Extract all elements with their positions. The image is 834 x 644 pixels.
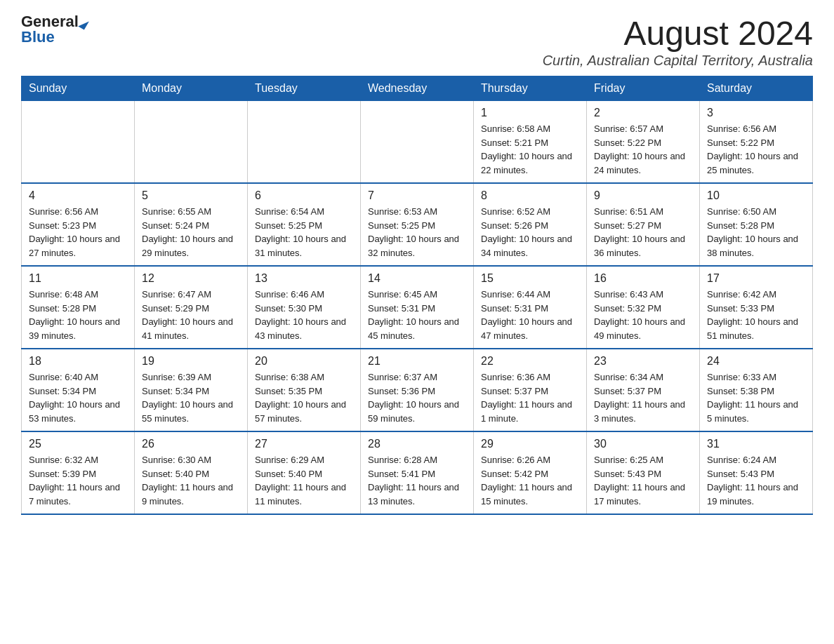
day-cell: 7Sunrise: 6:53 AMSunset: 5:25 PMDaylight… <box>361 183 474 266</box>
day-cell: 3Sunrise: 6:56 AMSunset: 5:22 PMDaylight… <box>700 101 813 184</box>
day-cell: 26Sunrise: 6:30 AMSunset: 5:40 PMDayligh… <box>135 431 248 514</box>
day-number: 30 <box>594 438 692 450</box>
day-number: 18 <box>29 355 127 368</box>
day-cell: 20Sunrise: 6:38 AMSunset: 5:35 PMDayligh… <box>248 349 361 431</box>
day-info: Sunrise: 6:52 AMSunset: 5:26 PMDaylight:… <box>481 205 579 260</box>
day-cell: 4Sunrise: 6:56 AMSunset: 5:23 PMDaylight… <box>22 183 135 266</box>
header-monday: Monday <box>135 76 248 101</box>
day-number: 28 <box>368 438 466 450</box>
day-number: 6 <box>255 189 353 202</box>
day-info: Sunrise: 6:53 AMSunset: 5:25 PMDaylight:… <box>368 205 466 260</box>
day-info: Sunrise: 6:51 AMSunset: 5:27 PMDaylight:… <box>594 205 692 260</box>
day-cell: 16Sunrise: 6:43 AMSunset: 5:32 PMDayligh… <box>587 266 700 349</box>
day-cell <box>361 101 474 184</box>
day-number: 7 <box>368 189 466 202</box>
header-sunday: Sunday <box>22 76 135 101</box>
day-number: 1 <box>481 107 579 119</box>
day-cell: 23Sunrise: 6:34 AMSunset: 5:37 PMDayligh… <box>587 349 700 431</box>
header-wednesday: Wednesday <box>361 76 474 101</box>
day-info: Sunrise: 6:50 AMSunset: 5:28 PMDaylight:… <box>707 205 805 260</box>
day-info: Sunrise: 6:38 AMSunset: 5:35 PMDaylight:… <box>255 370 353 425</box>
day-number: 31 <box>707 438 805 450</box>
calendar-table: SundayMondayTuesdayWednesdayThursdayFrid… <box>21 76 813 515</box>
day-number: 16 <box>594 272 692 285</box>
day-info: Sunrise: 6:33 AMSunset: 5:38 PMDaylight:… <box>707 370 805 425</box>
day-info: Sunrise: 6:32 AMSunset: 5:39 PMDaylight:… <box>29 453 127 508</box>
week-row-2: 4Sunrise: 6:56 AMSunset: 5:23 PMDaylight… <box>22 183 813 266</box>
header-tuesday: Tuesday <box>248 76 361 101</box>
day-info: Sunrise: 6:56 AMSunset: 5:22 PMDaylight:… <box>707 122 805 177</box>
logo-triangle-icon <box>78 18 89 29</box>
day-number: 14 <box>368 272 466 285</box>
day-cell: 8Sunrise: 6:52 AMSunset: 5:26 PMDaylight… <box>474 183 587 266</box>
day-cell: 19Sunrise: 6:39 AMSunset: 5:34 PMDayligh… <box>135 349 248 431</box>
calendar-header-row: SundayMondayTuesdayWednesdayThursdayFrid… <box>22 76 813 101</box>
week-row-5: 25Sunrise: 6:32 AMSunset: 5:39 PMDayligh… <box>22 431 813 514</box>
day-number: 15 <box>481 272 579 285</box>
day-info: Sunrise: 6:44 AMSunset: 5:31 PMDaylight:… <box>481 288 579 342</box>
day-cell: 27Sunrise: 6:29 AMSunset: 5:40 PMDayligh… <box>248 431 361 514</box>
location-title: Curtin, Australian Capital Territory, Au… <box>543 53 813 69</box>
day-info: Sunrise: 6:24 AMSunset: 5:43 PMDaylight:… <box>707 453 805 508</box>
day-cell: 25Sunrise: 6:32 AMSunset: 5:39 PMDayligh… <box>22 431 135 514</box>
day-cell: 29Sunrise: 6:26 AMSunset: 5:42 PMDayligh… <box>474 431 587 514</box>
header-thursday: Thursday <box>474 76 587 101</box>
day-cell: 18Sunrise: 6:40 AMSunset: 5:34 PMDayligh… <box>22 349 135 431</box>
day-number: 5 <box>142 189 240 202</box>
day-info: Sunrise: 6:34 AMSunset: 5:37 PMDaylight:… <box>594 370 692 425</box>
page-header: General Blue August 2024 Curtin, Austral… <box>21 14 813 69</box>
day-cell: 15Sunrise: 6:44 AMSunset: 5:31 PMDayligh… <box>474 266 587 349</box>
day-info: Sunrise: 6:36 AMSunset: 5:37 PMDaylight:… <box>481 370 579 425</box>
day-info: Sunrise: 6:43 AMSunset: 5:32 PMDaylight:… <box>594 288 692 342</box>
day-info: Sunrise: 6:46 AMSunset: 5:30 PMDaylight:… <box>255 288 353 342</box>
day-cell: 12Sunrise: 6:47 AMSunset: 5:29 PMDayligh… <box>135 266 248 349</box>
day-info: Sunrise: 6:29 AMSunset: 5:40 PMDaylight:… <box>255 453 353 508</box>
day-number: 25 <box>29 438 127 450</box>
day-info: Sunrise: 6:54 AMSunset: 5:25 PMDaylight:… <box>255 205 353 260</box>
header-saturday: Saturday <box>700 76 813 101</box>
day-info: Sunrise: 6:58 AMSunset: 5:21 PMDaylight:… <box>481 122 579 177</box>
day-cell <box>248 101 361 184</box>
day-number: 21 <box>368 355 466 368</box>
day-cell: 13Sunrise: 6:46 AMSunset: 5:30 PMDayligh… <box>248 266 361 349</box>
day-cell: 9Sunrise: 6:51 AMSunset: 5:27 PMDaylight… <box>587 183 700 266</box>
day-cell: 22Sunrise: 6:36 AMSunset: 5:37 PMDayligh… <box>474 349 587 431</box>
day-number: 27 <box>255 438 353 450</box>
day-info: Sunrise: 6:57 AMSunset: 5:22 PMDaylight:… <box>594 122 692 177</box>
day-cell <box>22 101 135 184</box>
day-cell: 28Sunrise: 6:28 AMSunset: 5:41 PMDayligh… <box>361 431 474 514</box>
day-info: Sunrise: 6:37 AMSunset: 5:36 PMDaylight:… <box>368 370 466 425</box>
day-number: 23 <box>594 355 692 368</box>
day-cell <box>135 101 248 184</box>
day-info: Sunrise: 6:25 AMSunset: 5:43 PMDaylight:… <box>594 453 692 508</box>
day-cell: 14Sunrise: 6:45 AMSunset: 5:31 PMDayligh… <box>361 266 474 349</box>
day-info: Sunrise: 6:39 AMSunset: 5:34 PMDaylight:… <box>142 370 240 425</box>
day-cell: 11Sunrise: 6:48 AMSunset: 5:28 PMDayligh… <box>22 266 135 349</box>
day-number: 8 <box>481 189 579 202</box>
day-number: 9 <box>594 189 692 202</box>
day-info: Sunrise: 6:56 AMSunset: 5:23 PMDaylight:… <box>29 205 127 260</box>
logo-blue-text: Blue <box>21 28 55 46</box>
day-cell: 6Sunrise: 6:54 AMSunset: 5:25 PMDaylight… <box>248 183 361 266</box>
month-title: August 2024 <box>543 14 813 53</box>
day-cell: 17Sunrise: 6:42 AMSunset: 5:33 PMDayligh… <box>700 266 813 349</box>
header-friday: Friday <box>587 76 700 101</box>
day-cell: 30Sunrise: 6:25 AMSunset: 5:43 PMDayligh… <box>587 431 700 514</box>
day-number: 2 <box>594 107 692 119</box>
day-number: 19 <box>142 355 240 368</box>
day-cell: 10Sunrise: 6:50 AMSunset: 5:28 PMDayligh… <box>700 183 813 266</box>
day-info: Sunrise: 6:47 AMSunset: 5:29 PMDaylight:… <box>142 288 240 342</box>
day-number: 26 <box>142 438 240 450</box>
week-row-3: 11Sunrise: 6:48 AMSunset: 5:28 PMDayligh… <box>22 266 813 349</box>
day-number: 4 <box>29 189 127 202</box>
day-info: Sunrise: 6:55 AMSunset: 5:24 PMDaylight:… <box>142 205 240 260</box>
day-info: Sunrise: 6:28 AMSunset: 5:41 PMDaylight:… <box>368 453 466 508</box>
week-row-1: 1Sunrise: 6:58 AMSunset: 5:21 PMDaylight… <box>22 101 813 184</box>
day-cell: 21Sunrise: 6:37 AMSunset: 5:36 PMDayligh… <box>361 349 474 431</box>
day-info: Sunrise: 6:48 AMSunset: 5:28 PMDaylight:… <box>29 288 127 342</box>
day-info: Sunrise: 6:26 AMSunset: 5:42 PMDaylight:… <box>481 453 579 508</box>
day-number: 13 <box>255 272 353 285</box>
day-number: 12 <box>142 272 240 285</box>
day-number: 29 <box>481 438 579 450</box>
day-cell: 1Sunrise: 6:58 AMSunset: 5:21 PMDaylight… <box>474 101 587 184</box>
